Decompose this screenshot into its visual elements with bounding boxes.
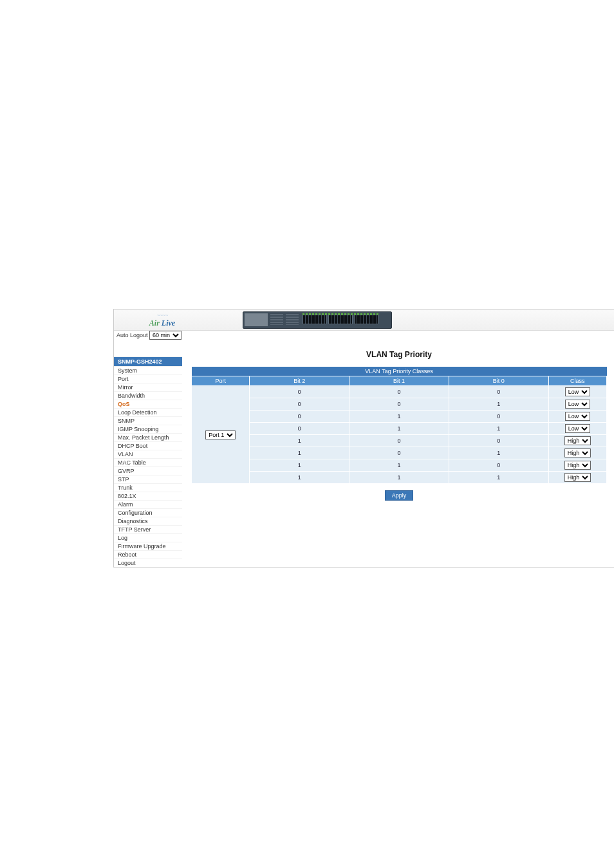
col-bit2: Bit 2	[250, 376, 349, 386]
port-select[interactable]: Port 1	[205, 430, 236, 439]
class-select[interactable]: Low	[565, 424, 590, 433]
sidebar-item[interactable]: Logout	[114, 559, 182, 567]
sidebar-item[interactable]: TFTP Server	[114, 525, 182, 533]
class-cell: High	[548, 472, 606, 484]
port-cell: Port 1	[192, 386, 250, 484]
class-select[interactable]: High	[564, 448, 591, 457]
col-port: Port	[192, 376, 250, 386]
sidebar-item[interactable]: QoS	[114, 400, 182, 408]
col-bit1: Bit 1	[349, 376, 449, 386]
sidebar-item[interactable]: Firmware Upgrade	[114, 542, 182, 550]
bit-cell: 0	[449, 459, 548, 472]
table-row: 101High	[192, 447, 607, 459]
bit-cell: 1	[250, 459, 349, 472]
bit-cell: 0	[349, 386, 449, 398]
auto-logout-label: Auto Logout	[116, 332, 148, 338]
bit-cell: 1	[349, 423, 449, 435]
class-cell: High	[548, 435, 606, 447]
page-title: VLAN Tag Priority	[191, 350, 607, 359]
bit-cell: 0	[250, 411, 349, 423]
sidebar-item[interactable]: Alarm	[114, 500, 182, 508]
table-row: 010Low	[192, 411, 607, 423]
bit-cell: 1	[250, 472, 349, 484]
table-row: 001Low	[192, 398, 607, 411]
table-row: 110High	[192, 459, 607, 472]
table-row: 011Low	[192, 423, 607, 435]
bit-cell: 0	[349, 447, 449, 459]
sidebar-item[interactable]: Configuration	[114, 508, 182, 517]
sidebar-item[interactable]: VLAN	[114, 450, 182, 458]
table-row: 111High	[192, 472, 607, 484]
bit-cell: 0	[250, 423, 349, 435]
sidebar-item[interactable]: SNMP	[114, 416, 182, 425]
brand-logo: ~~~~ Air Live	[133, 312, 191, 328]
sidebar-item[interactable]: Bandwidth	[114, 391, 182, 400]
bit-cell: 1	[349, 472, 449, 484]
bit-cell: 1	[250, 447, 349, 459]
class-cell: Low	[548, 423, 606, 435]
sidebar-item[interactable]: GVRP	[114, 466, 182, 475]
bit-cell: 0	[349, 435, 449, 447]
sidebar-item[interactable]: Trunk	[114, 483, 182, 492]
sidebar-item[interactable]: Log	[114, 533, 182, 542]
sidebar-item[interactable]: System	[114, 366, 182, 374]
device-port-panel	[243, 311, 392, 329]
class-select[interactable]: Low	[565, 400, 590, 409]
sidebar-item[interactable]: Loop Detection	[114, 408, 182, 416]
bit-cell: 1	[349, 411, 449, 423]
bit-cell: 1	[449, 398, 548, 411]
sidebar-item[interactable]: 802.1X	[114, 492, 182, 500]
sidebar-item[interactable]: IGMP Snooping	[114, 425, 182, 433]
auto-logout-select[interactable]: 60 min	[149, 331, 181, 340]
bit-cell: 1	[250, 435, 349, 447]
bit-cell: 0	[250, 398, 349, 411]
sidebar-item[interactable]: Diagnostics	[114, 517, 182, 525]
class-cell: High	[548, 459, 606, 472]
class-cell: Low	[548, 411, 606, 423]
class-select[interactable]: Low	[565, 412, 590, 421]
col-bit0: Bit 0	[449, 376, 548, 386]
table-row: Port 1000Low	[192, 386, 607, 398]
class-cell: High	[548, 447, 606, 459]
priority-table: VLAN Tag Priority Classes Port Bit 2 Bit…	[191, 367, 607, 484]
table-row: 100High	[192, 435, 607, 447]
bit-cell: 1	[449, 472, 548, 484]
sidebar-item[interactable]: Reboot	[114, 550, 182, 559]
bit-cell: 0	[250, 386, 349, 398]
class-cell: Low	[548, 386, 606, 398]
sidebar-title: SNMP-GSH2402	[114, 356, 182, 366]
sidebar-item[interactable]: Max. Packet Length	[114, 433, 182, 441]
table-caption: VLAN Tag Priority Classes	[192, 367, 607, 376]
bit-cell: 0	[449, 435, 548, 447]
bit-cell: 0	[449, 411, 548, 423]
bit-cell: 1	[449, 423, 548, 435]
class-select[interactable]: High	[564, 461, 591, 470]
sidebar-item[interactable]: Mirror	[114, 383, 182, 391]
bit-cell: 0	[349, 398, 449, 411]
sidebar-item[interactable]: STP	[114, 475, 182, 483]
bit-cell: 1	[349, 459, 449, 472]
class-cell: Low	[548, 398, 606, 411]
col-class: Class	[548, 376, 606, 386]
sidebar: SNMP-GSH2402 SystemPortMirrorBandwidthQo…	[114, 331, 182, 567]
bit-cell: 0	[449, 386, 548, 398]
bit-cell: 1	[449, 447, 548, 459]
class-select[interactable]: High	[564, 436, 591, 445]
sidebar-item[interactable]: MAC Table	[114, 458, 182, 466]
class-select[interactable]: Low	[565, 387, 590, 396]
apply-button[interactable]: Apply	[385, 490, 414, 501]
class-select[interactable]: High	[564, 473, 591, 482]
sidebar-item[interactable]: Port	[114, 374, 182, 383]
sidebar-item[interactable]: DHCP Boot	[114, 441, 182, 450]
